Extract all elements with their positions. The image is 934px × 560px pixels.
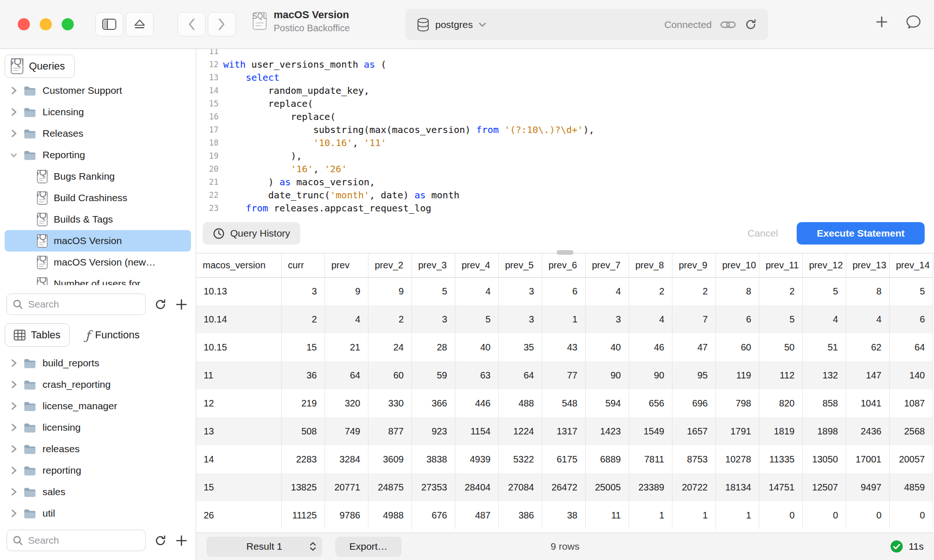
back-button[interactable] xyxy=(177,12,205,36)
code-line-12[interactable]: 12with user_versions_month as ( xyxy=(196,58,934,71)
execute-statement-button[interactable]: Execute Statement xyxy=(797,222,925,245)
cell[interactable]: 1317 xyxy=(542,417,585,445)
result-row-12[interactable]: 1221932033036644648854859465669679882085… xyxy=(196,389,933,417)
cell[interactable]: 446 xyxy=(455,389,498,417)
cell[interactable]: 90 xyxy=(629,361,672,389)
cell[interactable]: 24 xyxy=(368,333,411,361)
cell[interactable]: 1 xyxy=(629,501,672,529)
cell[interactable]: 64 xyxy=(889,333,933,361)
cell[interactable]: 1819 xyxy=(759,417,802,445)
cell[interactable]: 27353 xyxy=(411,473,455,501)
column-header-macos-version[interactable]: macos_version xyxy=(196,253,281,277)
column-header-prev-11[interactable]: prev_11 xyxy=(759,253,802,277)
code-line-11[interactable]: 11 xyxy=(196,49,934,58)
column-header-prev-4[interactable]: prev_4 xyxy=(455,253,498,277)
result-row-10-15[interactable]: 10.15152124284035434046476050516264 xyxy=(196,333,933,361)
cell[interactable]: 112 xyxy=(759,361,802,389)
cell[interactable]: 9 xyxy=(368,277,411,305)
code-line-13[interactable]: 13 select xyxy=(196,71,934,84)
result-row-13[interactable]: 1350874987792311541224131714231549165717… xyxy=(196,417,933,445)
cell[interactable]: 4 xyxy=(802,305,846,333)
cell[interactable]: 4859 xyxy=(889,473,933,501)
cell-macos-version[interactable]: 15 xyxy=(196,473,281,501)
tab-functions[interactable]: ƒ Functions xyxy=(77,323,148,347)
cell[interactable]: 12507 xyxy=(802,473,846,501)
chevron-right-icon[interactable] xyxy=(10,401,17,411)
cell[interactable]: 2283 xyxy=(281,445,325,473)
cell[interactable]: 11335 xyxy=(759,445,802,473)
cell[interactable]: 95 xyxy=(672,361,715,389)
cell[interactable]: 1154 xyxy=(455,417,498,445)
cell[interactable]: 27084 xyxy=(498,473,542,501)
cell[interactable]: 798 xyxy=(715,389,759,417)
code-line-16[interactable]: 16 replace( xyxy=(196,110,934,123)
chevron-right-icon[interactable] xyxy=(10,129,17,138)
cell[interactable]: 1791 xyxy=(715,417,759,445)
result-selector[interactable]: Result 1 xyxy=(206,537,322,557)
cell[interactable]: 43 xyxy=(542,333,585,361)
cell[interactable]: 6 xyxy=(715,305,759,333)
cell[interactable]: 5 xyxy=(802,277,846,305)
cell[interactable]: 35 xyxy=(498,333,542,361)
code-line-21[interactable]: 21 ) as macos_version, xyxy=(196,175,934,189)
cell[interactable]: 4 xyxy=(629,305,672,333)
cell[interactable]: 3284 xyxy=(325,445,368,473)
cell[interactable]: 4 xyxy=(325,305,368,333)
new-item-button[interactable] xyxy=(875,15,888,28)
cell[interactable]: 9 xyxy=(325,277,368,305)
cell[interactable]: 13825 xyxy=(281,473,325,501)
cell[interactable]: 40 xyxy=(585,333,629,361)
column-header-prev-9[interactable]: prev_9 xyxy=(672,253,715,277)
column-header-prev-2[interactable]: prev_2 xyxy=(368,253,411,277)
cell[interactable]: 140 xyxy=(889,361,933,389)
add-query-button[interactable] xyxy=(175,298,188,311)
chevron-right-icon[interactable] xyxy=(10,466,17,475)
schema-folder-reporting[interactable]: reporting xyxy=(5,460,191,481)
cell[interactable]: 18134 xyxy=(715,473,759,501)
column-header-prev-3[interactable]: prev_3 xyxy=(411,253,455,277)
table-search-input[interactable] xyxy=(28,535,140,546)
cell[interactable]: 38 xyxy=(542,501,585,529)
schema-folder-sales[interactable]: sales xyxy=(5,481,191,503)
cell[interactable]: 6 xyxy=(889,305,933,333)
splitter-handle[interactable] xyxy=(557,250,573,255)
feedback-button[interactable] xyxy=(906,15,921,29)
cell[interactable]: 50 xyxy=(759,333,802,361)
cell[interactable]: 23389 xyxy=(629,473,672,501)
zoom-window-button[interactable] xyxy=(62,18,74,30)
query-item-bugs-ranking[interactable]: SQLBugs Ranking xyxy=(5,166,191,187)
cell[interactable]: 1549 xyxy=(629,417,672,445)
cell[interactable]: 8 xyxy=(715,277,759,305)
cell[interactable]: 11125 xyxy=(281,501,325,529)
column-header-prev-8[interactable]: prev_8 xyxy=(629,253,672,277)
chevron-right-icon[interactable] xyxy=(10,358,17,368)
cell[interactable]: 487 xyxy=(455,501,498,529)
cell-macos-version[interactable]: 14 xyxy=(196,445,281,473)
cell[interactable]: 2568 xyxy=(889,417,933,445)
cell[interactable]: 15 xyxy=(281,333,325,361)
cell[interactable]: 9786 xyxy=(325,501,368,529)
cell[interactable]: 119 xyxy=(715,361,759,389)
cell[interactable]: 6889 xyxy=(585,445,629,473)
chevron-right-icon[interactable] xyxy=(10,487,17,497)
cell[interactable]: 28404 xyxy=(455,473,498,501)
cell[interactable]: 51 xyxy=(802,333,846,361)
tab-tables[interactable]: Tables xyxy=(5,323,70,347)
cell[interactable]: 6175 xyxy=(542,445,585,473)
query-history-button[interactable]: Query History xyxy=(203,222,300,245)
query-item-macos-version[interactable]: SQLmacOS Version xyxy=(5,230,191,252)
column-header-prev[interactable]: prev xyxy=(325,253,368,277)
result-row-15[interactable]: 1513825207712487527353284042708426472250… xyxy=(196,473,933,501)
reconnect-button[interactable] xyxy=(744,18,757,31)
cancel-button[interactable]: Cancel xyxy=(736,222,789,245)
cell-macos-version[interactable]: 11 xyxy=(196,361,281,389)
cell[interactable]: 3 xyxy=(411,305,455,333)
cell[interactable]: 2 xyxy=(629,277,672,305)
chevron-right-icon[interactable] xyxy=(10,86,17,95)
cell[interactable]: 17001 xyxy=(846,445,889,473)
schema-folder-build-reports[interactable]: build_reports xyxy=(5,352,191,374)
chevron-right-icon[interactable] xyxy=(10,509,17,518)
column-header-prev-7[interactable]: prev_7 xyxy=(585,253,629,277)
cell[interactable]: 62 xyxy=(846,333,889,361)
cell[interactable]: 0 xyxy=(802,501,846,529)
